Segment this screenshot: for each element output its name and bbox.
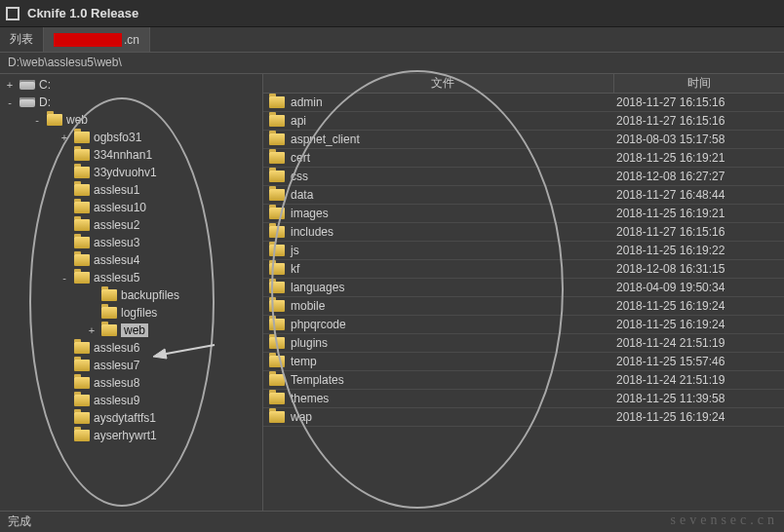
folder-icon bbox=[74, 377, 90, 389]
tree-node-label: 33ydvuohv1 bbox=[94, 166, 157, 179]
file-time: 2018-08-03 15:17:58 bbox=[616, 133, 784, 146]
folder-tree[interactable]: +C:-D:-web+ogbsfo31334nnhan133ydvuohv1as… bbox=[0, 74, 263, 511]
file-name: aspnet_client bbox=[289, 133, 616, 146]
tree-node[interactable]: +C: bbox=[0, 76, 262, 94]
folder-icon bbox=[74, 254, 90, 266]
file-row[interactable]: Templates2018-11-24 21:51:19 bbox=[263, 371, 784, 390]
tree-node-label: backupfiles bbox=[121, 288, 179, 302]
tree-node[interactable]: +ogbsfo31 bbox=[0, 129, 262, 146]
expand-toggle[interactable]: - bbox=[59, 272, 70, 284]
file-row[interactable]: includes2018-11-27 16:15:16 bbox=[263, 223, 784, 242]
tree-node[interactable]: asslesu3 bbox=[0, 234, 262, 251]
tree-node[interactable]: asslesu6 bbox=[0, 339, 262, 357]
expand-toggle[interactable]: + bbox=[4, 79, 16, 91]
file-row[interactable]: mobile2018-11-25 16:19:24 bbox=[263, 297, 784, 316]
file-time: 2018-11-24 21:51:19 bbox=[616, 373, 784, 387]
file-row[interactable]: phpqrcode2018-11-25 16:19:24 bbox=[263, 316, 784, 334]
tree-node[interactable]: ayserhywrt1 bbox=[0, 427, 262, 444]
tree-node[interactable]: asslesu4 bbox=[0, 251, 262, 269]
window-title: Cknife 1.0 Release bbox=[27, 6, 138, 20]
folder-icon bbox=[269, 171, 285, 182]
column-header-time[interactable]: 时间 bbox=[614, 74, 784, 93]
folder-icon bbox=[101, 307, 117, 319]
file-name: includes bbox=[289, 225, 616, 239]
file-time: 2018-11-25 16:19:21 bbox=[616, 207, 784, 220]
file-row[interactable]: css2018-12-08 16:27:27 bbox=[263, 168, 784, 186]
folder-icon bbox=[74, 167, 90, 178]
file-name: themes bbox=[289, 392, 616, 405]
tree-node[interactable]: asslesu1 bbox=[0, 181, 262, 199]
tab-list[interactable]: 列表 bbox=[0, 27, 44, 52]
folder-icon bbox=[74, 149, 90, 161]
tree-node[interactable]: 33ydvuohv1 bbox=[0, 164, 262, 181]
tree-node[interactable]: asslesu9 bbox=[0, 392, 262, 409]
file-row[interactable]: wap2018-11-25 16:19:24 bbox=[263, 408, 784, 427]
file-time: 2018-11-27 16:15:16 bbox=[616, 95, 784, 109]
file-time: 2018-11-25 16:19:24 bbox=[616, 410, 784, 424]
tree-node-label: asslesu1 bbox=[94, 183, 139, 197]
tree-node-label: asslesu8 bbox=[94, 376, 139, 390]
file-name: data bbox=[289, 188, 616, 202]
tree-node[interactable]: asslesu7 bbox=[0, 357, 262, 374]
file-row[interactable]: kf2018-12-08 16:31:15 bbox=[263, 260, 784, 279]
watermark: sevensec.cn bbox=[671, 513, 778, 528]
status-text: 完成 bbox=[8, 513, 31, 530]
tree-node[interactable]: -D: bbox=[0, 94, 262, 111]
file-row[interactable]: api2018-11-27 16:15:16 bbox=[263, 112, 784, 131]
expand-toggle[interactable]: + bbox=[59, 132, 70, 143]
folder-icon bbox=[269, 96, 285, 108]
column-header-file[interactable]: 文件 bbox=[263, 74, 614, 93]
tab-host[interactable]: .cn bbox=[44, 27, 150, 52]
tree-node[interactable]: backupfiles bbox=[0, 286, 262, 304]
tree-node-label: ogbsfo31 bbox=[94, 131, 141, 144]
status-bar: 完成 bbox=[0, 511, 784, 532]
folder-icon bbox=[74, 272, 90, 284]
tab-bar: 列表 .cn bbox=[0, 27, 784, 53]
expand-toggle[interactable]: + bbox=[86, 324, 98, 336]
tree-node-label: asslesu4 bbox=[94, 253, 139, 267]
file-row[interactable]: themes2018-11-25 11:39:58 bbox=[263, 390, 784, 408]
file-row[interactable]: cert2018-11-25 16:19:21 bbox=[263, 149, 784, 168]
file-row[interactable]: aspnet_client2018-08-03 15:17:58 bbox=[263, 131, 784, 149]
tree-node[interactable]: asslesu8 bbox=[0, 374, 262, 392]
folder-icon bbox=[74, 219, 90, 231]
folder-icon bbox=[269, 245, 285, 256]
folder-icon bbox=[74, 202, 90, 213]
folder-icon bbox=[269, 115, 285, 127]
drive-icon bbox=[20, 80, 35, 90]
folder-icon bbox=[269, 411, 285, 423]
tree-node[interactable]: asslesu2 bbox=[0, 216, 262, 234]
path-bar[interactable]: D:\web\asslesu5\web\ bbox=[0, 53, 784, 74]
tree-node[interactable]: -asslesu5 bbox=[0, 269, 262, 286]
expand-toggle[interactable]: - bbox=[31, 114, 43, 126]
file-name: admin bbox=[289, 95, 616, 109]
file-row[interactable]: plugins2018-11-24 21:51:19 bbox=[263, 334, 784, 353]
redacted-host bbox=[54, 33, 122, 47]
folder-icon bbox=[269, 393, 285, 404]
file-row[interactable]: admin2018-11-27 16:15:16 bbox=[263, 94, 784, 112]
folder-icon bbox=[269, 300, 285, 312]
file-row[interactable]: languages2018-04-09 19:50:34 bbox=[263, 279, 784, 297]
folder-icon bbox=[269, 319, 285, 330]
folder-icon bbox=[47, 114, 62, 126]
file-row[interactable]: temp2018-11-25 15:57:46 bbox=[263, 353, 784, 371]
tree-node[interactable]: -web bbox=[0, 111, 262, 129]
expand-toggle[interactable]: - bbox=[4, 96, 16, 108]
file-time: 2018-11-24 21:51:19 bbox=[616, 336, 784, 350]
tree-node-label: logfiles bbox=[121, 306, 157, 320]
tree-node[interactable]: aysdytaftfs1 bbox=[0, 409, 262, 427]
file-row[interactable]: js2018-11-25 16:19:22 bbox=[263, 242, 784, 260]
file-list-header: 文件 时间 bbox=[263, 74, 784, 94]
tree-node[interactable]: logfiles bbox=[0, 304, 262, 322]
file-row[interactable]: images2018-11-25 16:19:21 bbox=[263, 205, 784, 223]
file-name: images bbox=[289, 207, 616, 220]
file-list-body[interactable]: admin2018-11-27 16:15:16api2018-11-27 16… bbox=[263, 94, 784, 511]
tree-node-label: asslesu2 bbox=[94, 218, 139, 232]
file-name: temp bbox=[289, 355, 616, 368]
tree-node[interactable]: asslesu10 bbox=[0, 199, 262, 216]
file-row[interactable]: data2018-11-27 16:48:44 bbox=[263, 186, 784, 205]
tab-host-suffix: .cn bbox=[124, 33, 139, 47]
tree-node[interactable]: 334nnhan1 bbox=[0, 146, 262, 164]
file-name: cert bbox=[289, 151, 616, 165]
tree-node[interactable]: +web bbox=[0, 322, 262, 339]
